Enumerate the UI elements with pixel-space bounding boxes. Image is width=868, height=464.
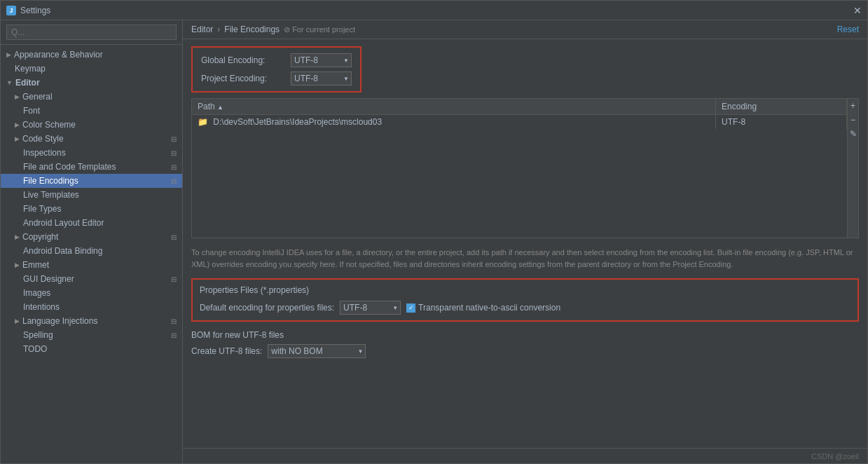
breadcrumb-current: File Encodings <box>224 25 280 34</box>
encoding-box: Global Encoding: UTF-8 UTF-16 ISO-8859-1… <box>191 46 361 93</box>
sidebar-item-editor[interactable]: ▼ Editor <box>1 76 182 90</box>
sidebar: ▶ Appearance & Behavior Keymap ▼ Editor … <box>1 20 183 463</box>
sidebar-tree: ▶ Appearance & Behavior Keymap ▼ Editor … <box>1 45 182 463</box>
breadcrumb-parent: Editor <box>191 25 213 34</box>
path-table-scroll: Path Encoding 📁 <box>192 99 847 238</box>
breadcrumb-separator: › <box>217 25 220 34</box>
info-text: To change encoding IntelliJ IDEA uses fo… <box>191 244 859 273</box>
properties-box: Properties Files (*.properties) Default … <box>191 278 859 322</box>
path-cell: 📁 D:\devSoft\JetBrains\IdeaProjects\mscl… <box>192 115 716 130</box>
app-icon: J <box>6 6 16 15</box>
sidebar-item-font[interactable]: Font <box>1 104 182 118</box>
global-encoding-label: Global Encoding: <box>201 55 285 65</box>
sidebar-item-file-code-templates[interactable]: File and Code Templates ⊟ <box>1 160 182 174</box>
path-value: D:\devSoft\JetBrains\IdeaProjects\msclou… <box>213 117 382 127</box>
bottom-bar: CSDN @zoeil <box>183 448 867 463</box>
project-encoding-label: Project Encoding: <box>201 74 285 83</box>
default-encoding-label: Default encoding for properties files: <box>200 303 334 313</box>
encoding-top-section: Global Encoding: UTF-8 UTF-16 ISO-8859-1… <box>191 46 859 93</box>
arrow-icon: ▼ <box>6 79 13 86</box>
bom-section: BOM for new UTF-8 files Create UTF-8 fil… <box>191 327 859 361</box>
path-table-wrapper: Path Encoding 📁 <box>191 98 859 238</box>
sidebar-item-lang-injections[interactable]: ▶ Language Injections ⊟ <box>1 314 182 328</box>
properties-title: Properties Files (*.properties) <box>200 285 850 295</box>
main-panel: Editor › File Encodings ⊘ For current pr… <box>183 20 867 463</box>
sidebar-item-code-style[interactable]: ▶ Code Style ⊟ <box>1 132 182 146</box>
sidebar-item-spelling[interactable]: Spelling ⊟ <box>1 328 182 342</box>
sidebar-item-color-scheme[interactable]: ▶ Color Scheme <box>1 118 182 132</box>
credit-text: CSDN @zoeil <box>811 452 859 460</box>
breadcrumb-link[interactable]: ⊘ For current project <box>284 25 355 34</box>
path-table: Path Encoding 📁 <box>192 99 847 129</box>
copy-icon: ⊟ <box>171 135 177 143</box>
bom-select-wrapper: with NO BOM with BOM <box>268 344 366 358</box>
properties-encoding-select[interactable]: UTF-8 UTF-16 ISO-8859-1 <box>340 301 401 315</box>
title-bar-left: J Settings <box>6 6 50 15</box>
settings-content: Global Encoding: UTF-8 UTF-16 ISO-8859-1… <box>183 39 867 448</box>
transparent-checkbox[interactable]: ✓ <box>406 303 415 313</box>
sidebar-item-live-templates[interactable]: Live Templates <box>1 188 182 202</box>
project-encoding-row: Project Encoding: UTF-8 UTF-16 ISO-8859-… <box>201 71 352 86</box>
global-encoding-row: Global Encoding: UTF-8 UTF-16 ISO-8859-1 <box>201 53 352 67</box>
sidebar-item-general[interactable]: ▶ General <box>1 90 182 104</box>
copy-icon: ⊟ <box>171 163 177 171</box>
copy-icon: ⊟ <box>171 318 177 325</box>
sidebar-item-inspections[interactable]: Inspections ⊟ <box>1 146 182 160</box>
window-title: Settings <box>20 6 50 15</box>
arrow-icon: ▶ <box>15 318 20 325</box>
sidebar-item-file-types[interactable]: File Types <box>1 202 182 216</box>
arrow-icon: ▶ <box>15 135 20 142</box>
copy-icon: ⊟ <box>171 177 177 185</box>
table-actions: + − ✎ <box>847 99 858 238</box>
breadcrumb-left: Editor › File Encodings ⊘ For current pr… <box>191 25 355 34</box>
settings-window: J Settings ✕ ▶ Appearance & Behavior Key… <box>0 0 868 464</box>
remove-path-button[interactable]: − <box>848 113 858 127</box>
sidebar-item-todo[interactable]: TODO <box>1 342 182 356</box>
create-utf8-label: Create UTF-8 files: <box>191 346 262 356</box>
sidebar-item-emmet[interactable]: ▶ Emmet <box>1 258 182 272</box>
bom-title: BOM for new UTF-8 files <box>191 330 859 340</box>
project-encoding-select[interactable]: UTF-8 UTF-16 ISO-8859-1 <box>291 71 352 86</box>
title-bar: J Settings ✕ <box>1 1 867 20</box>
sidebar-item-android-layout[interactable]: Android Layout Editor <box>1 216 182 230</box>
project-encoding-select-wrapper: UTF-8 UTF-16 ISO-8859-1 <box>291 71 352 86</box>
sidebar-item-appearance[interactable]: ▶ Appearance & Behavior <box>1 48 182 62</box>
copy-icon: ⊟ <box>171 233 177 241</box>
col-path[interactable]: Path <box>192 99 716 115</box>
col-encoding[interactable]: Encoding <box>716 99 847 115</box>
reset-button[interactable]: Reset <box>837 25 859 34</box>
folder-icon: 📁 <box>198 117 208 127</box>
sidebar-item-android-data[interactable]: Android Data Binding <box>1 244 182 258</box>
copy-icon: ⊟ <box>171 332 177 339</box>
arrow-icon: ▶ <box>6 51 11 58</box>
arrow-icon: ▶ <box>15 121 20 128</box>
sidebar-item-intentions[interactable]: Intentions <box>1 300 182 314</box>
global-encoding-select[interactable]: UTF-8 UTF-16 ISO-8859-1 <box>291 53 352 67</box>
properties-encoding-select-wrapper: UTF-8 UTF-16 ISO-8859-1 <box>340 301 401 315</box>
edit-path-button[interactable]: ✎ <box>848 127 858 141</box>
sidebar-item-keymap[interactable]: Keymap <box>1 62 182 76</box>
breadcrumb: Editor › File Encodings ⊘ For current pr… <box>183 20 867 39</box>
close-button[interactable]: ✕ <box>853 5 862 16</box>
content-area: ▶ Appearance & Behavior Keymap ▼ Editor … <box>1 20 867 463</box>
search-box <box>1 20 182 45</box>
copy-icon: ⊟ <box>171 149 177 157</box>
global-encoding-select-wrapper: UTF-8 UTF-16 ISO-8859-1 <box>291 53 352 67</box>
bom-select[interactable]: with NO BOM with BOM <box>268 344 366 358</box>
sidebar-item-gui-designer[interactable]: GUI Designer ⊟ <box>1 272 182 286</box>
transparent-label: Transparent native-to-ascii conversion <box>418 303 560 313</box>
sidebar-item-images[interactable]: Images <box>1 286 182 300</box>
table-row[interactable]: 📁 D:\devSoft\JetBrains\IdeaProjects\mscl… <box>192 115 847 130</box>
search-input[interactable] <box>6 25 177 40</box>
sidebar-item-copyright[interactable]: ▶ Copyright ⊟ <box>1 230 182 244</box>
add-path-button[interactable]: + <box>848 99 858 113</box>
sidebar-item-file-encodings[interactable]: File Encodings ⊟ <box>1 174 182 188</box>
arrow-icon: ▶ <box>15 233 20 240</box>
copy-icon: ⊟ <box>171 275 177 283</box>
arrow-icon: ▶ <box>15 93 20 100</box>
encoding-cell: UTF-8 <box>716 115 847 130</box>
bom-row: Create UTF-8 files: with NO BOM with BOM <box>191 344 859 358</box>
properties-row: Default encoding for properties files: U… <box>200 301 850 315</box>
arrow-icon: ▶ <box>15 261 20 268</box>
transparent-checkbox-wrapper[interactable]: ✓ Transparent native-to-ascii conversion <box>406 303 560 313</box>
